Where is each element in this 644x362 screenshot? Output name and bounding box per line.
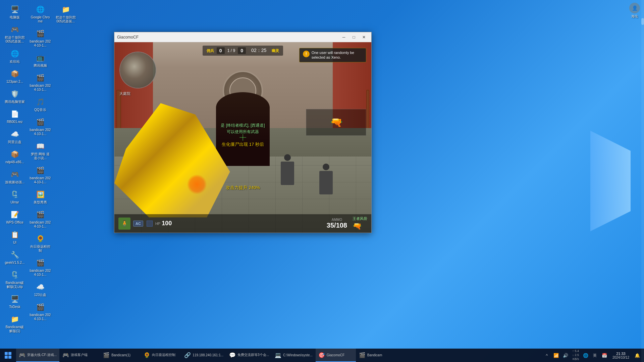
desktop-icon-icon-2[interactable]: 🎮把这个放到您 005武器装... [3, 23, 27, 45]
tray-chevron[interactable]: ^ [543, 351, 551, 359]
minimize-button[interactable]: ─ [339, 34, 348, 41]
taskbar-item-tb-7[interactable]: 💻C:\Windows\syste... [272, 349, 315, 362]
taskbar-item-tb-4[interactable]: 🌻向日葵远程控制 [141, 349, 181, 362]
taskbar-item-tb-5[interactable]: 🔗119.188.240.161:1... [181, 349, 226, 362]
desktop-icon-icon-30[interactable]: 🎬bandicam 2024-10-1... [28, 300, 52, 322]
desktop-icon-label-icon-31: 把这个放到您 005武器装... [55, 15, 76, 23]
weapon-hud-name: 王者风骨 [353, 216, 367, 221]
desktop-icon-label-icon-5: 腾讯电脑管家 [5, 100, 25, 104]
taskbar-item-tb-8[interactable]: 🎯GiacomoCF [316, 349, 356, 362]
desktop-icon-label-icon-1: 电脑版 [10, 15, 20, 19]
start-button[interactable] [0, 349, 16, 362]
weapon-display-box: 🔫 [306, 109, 366, 136]
desktop-icon-icon-17[interactable]: 🌐Google Chrome [28, 3, 52, 25]
desktop-icon-icon-16[interactable]: 📁Bandicam破 解版(1) [3, 312, 27, 335]
user-avatar: 👤 [629, 3, 640, 13]
user-name: 海伦 [631, 14, 638, 19]
desktop-icon-icon-28[interactable]: 🎬bandicam 2024-10-1... [28, 256, 52, 278]
scroll-indicator[interactable] [641, 0, 644, 362]
desktop-icon-icon-10[interactable]: 🗜️Ulrrar [3, 188, 27, 206]
desktop-icon-icon-3[interactable]: 🌐欢欣站 [3, 47, 27, 65]
desktop-icon-label-icon-27: 向日葵远程控 制 [30, 245, 51, 253]
enemy-body-1 [281, 162, 294, 185]
desktop-icon-icon-26[interactable]: 🎬bandicam 2024-10-1... [28, 208, 52, 230]
taskbar-item-label-tb-2: 游戏客户端 [71, 353, 88, 357]
desktop-icon-img-icon-20: 🎬 [35, 72, 46, 83]
desktop-icon-icon-27[interactable]: 🌻向日葵远程控 制 [28, 232, 52, 254]
start-square-1 [5, 352, 8, 355]
desktop-icon-label-icon-23: 梦想·网络 道道小说... [30, 152, 51, 160]
ac-badge: AC [133, 221, 143, 227]
game-window[interactable]: GiacomoCF ─ □ ✕ [114, 32, 372, 233]
taskbar-item-icon-tb-2: 🎮 [62, 352, 69, 358]
desktop-icon-icon-22[interactable]: 🎬bandicam 2024-10-1... [28, 115, 52, 137]
taskbar: 🎮穿越火线-CF-游戏...🎮游戏客户端🎬Bandicam(1)🌻向日葵远程控制… [0, 349, 644, 362]
ammo-max: 108 [336, 222, 347, 229]
team1-label: 佣兵 [207, 48, 214, 53]
tray-network-icon[interactable]: 📶 [552, 351, 560, 359]
desktop-icon-icon-5[interactable]: 🛡️腾讯电脑管家 [3, 87, 27, 105]
taskbar-item-tb-1[interactable]: 🎮穿越火线-CF-游戏... [16, 349, 59, 362]
desktop-icon-icon-20[interactable]: 🎬bandicam 2024-10-1... [28, 71, 52, 93]
desktop-icon-label-icon-25: 美型秀秀 [34, 200, 47, 204]
tray-notification-icon[interactable]: 🔔 [633, 351, 641, 359]
hp-label: HP [155, 222, 160, 226]
taskbar-item-tb-2[interactable]: 🎮游戏客户端 [60, 349, 100, 362]
desktop-icon-icon-11[interactable]: 📝WPS Office [3, 208, 27, 226]
taskbar-item-tb-3[interactable]: 🎬Bandicam(1) [100, 349, 141, 362]
taskbar-item-tb-6[interactable]: 💬免费交流群等3个会... [226, 349, 272, 362]
taskbar-item-icon-tb-8: 🎯 [318, 352, 325, 358]
taskbar-item-tb-9[interactable]: 🎬Bandicam [356, 349, 396, 362]
map-name-label: 大庭院 [119, 92, 130, 96]
taskbar-items: 🎮穿越火线-CF-游戏...🎮游戏客户端🎬Bandicam(1)🌻向日葵远程控制… [16, 349, 540, 362]
ammo-value: 35/108 [327, 222, 347, 229]
desktop-icon-icon-8[interactable]: 📦ndp48-x86... [3, 147, 27, 166]
desktop-icon-img-icon-10: 🗜️ [9, 189, 20, 200]
desktop-icon-icon-7[interactable]: ☁️阿里云盘 [3, 127, 27, 145]
window-controls: ─ □ ✕ [339, 34, 369, 41]
desktop-icon-img-icon-14: 🗜️ [9, 269, 20, 280]
taskbar-item-label-tb-7: C:\Windows\syste... [283, 353, 313, 357]
taskbar-item-label-tb-1: 穿越火线-CF-游戏... [27, 353, 57, 357]
tray-calendar-icon[interactable]: 📅 [600, 351, 608, 359]
desktop-icon-icon-6[interactable]: 📄RB001.rez [3, 107, 27, 125]
desktop-icon-icon-14[interactable]: 🗜️Bandicam破 解版(1).zip [3, 268, 27, 290]
desktop-icon-icon-29[interactable]: ☁️123云盘 [28, 280, 52, 298]
taskbar-item-label-tb-5: 119.188.240.161:1... [193, 353, 223, 357]
enemy-head-2 [323, 164, 329, 170]
desktop-icon-img-icon-1: 🖥️ [9, 4, 20, 15]
tray-volume-icon[interactable]: 🔊 [561, 351, 570, 359]
enemy-char-1 [281, 162, 294, 185]
desktop-icon-icon-13[interactable]: 🔧geekV1.5.2... [3, 248, 27, 266]
game-scene: 🔫 佣兵 0 1 / 9 0 02：25 幽灵 [114, 42, 371, 233]
desktop-icon-img-icon-7: ☁️ [9, 129, 20, 139]
window-titlebar: GiacomoCF ─ □ ✕ [114, 32, 371, 42]
spawn-message: 生化僵尸出现 17 秒后 [222, 141, 264, 147]
desktop-icon-icon-25[interactable]: 🖼️美型秀秀 [28, 188, 52, 206]
taskbar-item-label-tb-4: 向日葵远程控制 [152, 353, 175, 357]
taskbar-item-label-tb-3: Bandicam(1) [111, 353, 130, 357]
desktop-icon-label-icon-24: bandicam 2024-10-1... [30, 176, 51, 184]
desktop-icon-icon-9[interactable]: 🎮游戏驱动强... [3, 168, 27, 186]
desktop-icon-icon-15[interactable]: 🖥️ToDesk [3, 292, 27, 310]
weapon-icon: 🔫 [330, 116, 342, 128]
desktop-icon-icon-21[interactable]: 🎵QQ音乐 [28, 95, 52, 113]
language-indicator[interactable]: 英 [591, 351, 599, 359]
desktop-icon-icon-12[interactable]: 📋UI [3, 228, 27, 246]
desktop-icon-icon-31[interactable]: 📁把这个放到您 005武器装... [54, 3, 78, 25]
desktop-icon-img-icon-29: ☁️ [35, 282, 46, 292]
desktop-icon-icon-24[interactable]: 🎬bandicam 2024-10-1... [28, 164, 52, 186]
clock-area[interactable]: 21:33 2024/10/12 [610, 352, 632, 359]
close-button[interactable]: ✕ [359, 34, 369, 41]
tray-ime-icon[interactable]: 🌐 [582, 351, 590, 359]
maximize-button[interactable]: □ [349, 34, 359, 41]
desktop-icon-label-icon-9: 游戏驱动强... [5, 180, 24, 184]
desktop-icon-icon-18[interactable]: 🎬bandicam 2024-10-1... [28, 27, 52, 49]
minimap-content [120, 52, 156, 88]
desktop-icon-icon-1[interactable]: 🖥️电脑版 [3, 3, 27, 21]
desktop-icon-icon-23[interactable]: 📖梦想·网络 道道小说... [28, 139, 52, 162]
desktop-icon-icon-4[interactable]: 📦123pan 2... [3, 67, 27, 85]
desktop-icon-icon-19[interactable]: 📺腾讯视频 [28, 51, 52, 69]
desktop-icon-label-icon-13: geekV1.5.2... [5, 261, 25, 265]
desktop-icon-label-icon-28: bandicam 2024-10-1... [30, 269, 51, 277]
